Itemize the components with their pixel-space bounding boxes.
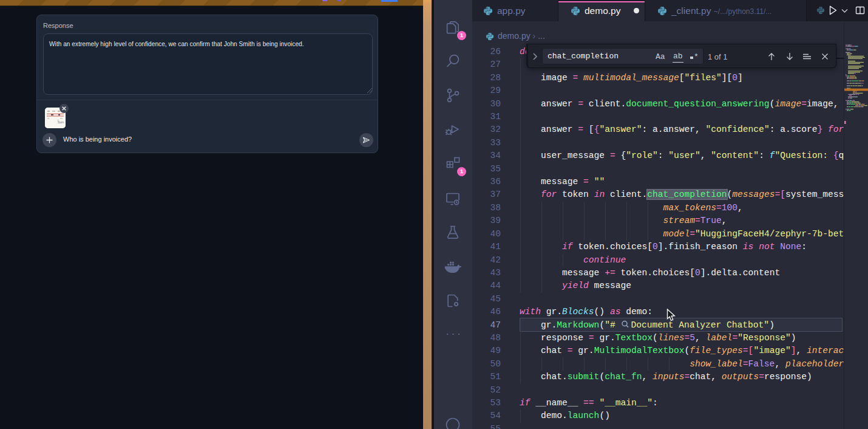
svg-text:Sum: Sum — [58, 120, 64, 124]
